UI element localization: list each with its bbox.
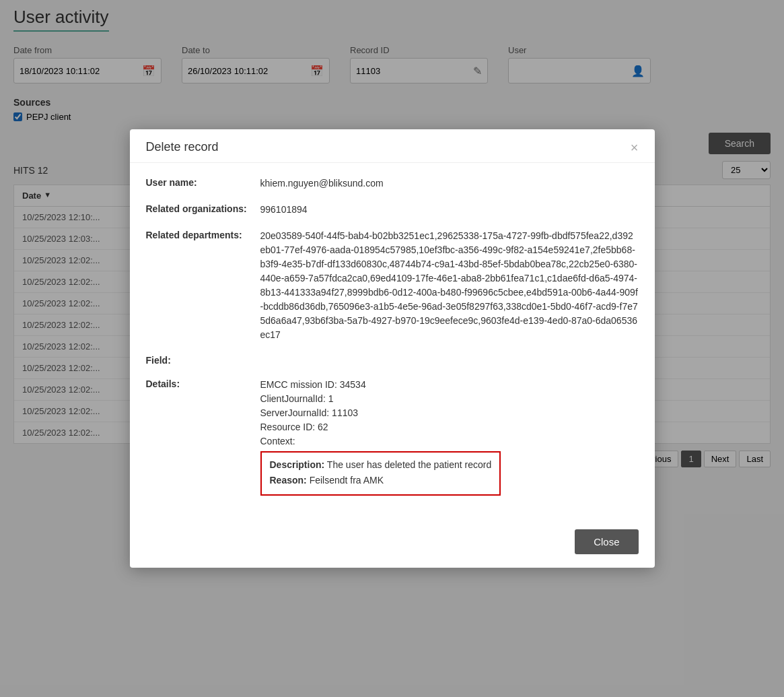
related-orgs-value: 996101894 [260,203,639,217]
modal-overlay: Delete record × User name: khiem.nguyen@… [0,0,784,697]
details-line-3: Resource ID: 62 [260,420,639,434]
field-label: Field: [146,354,260,366]
related-depts-row: Related departments: 20e03589-540f-44f5-… [146,229,639,342]
context-description-line: Description: The user has deleted the pa… [270,458,492,472]
username-value: khiem.nguyen@bliksund.com [260,176,639,191]
details-row: Details: EMCC mission ID: 34534 ClientJo… [146,378,639,496]
related-depts-label: Related departments: [146,229,260,240]
details-line-0: EMCC mission ID: 34534 [260,378,639,392]
context-box: Description: The user has deleted the pa… [260,451,501,496]
description-label: Description: [270,459,325,470]
username-row: User name: khiem.nguyen@bliksund.com [146,176,639,191]
username-label: User name: [146,176,260,188]
reason-value: Feilsendt fra AMK [310,475,384,486]
modal-title: Delete record [146,140,219,154]
delete-record-modal: Delete record × User name: khiem.nguyen@… [130,129,655,568]
details-value: EMCC mission ID: 34534 ClientJournalId: … [260,378,639,496]
related-orgs-row: Related organizations: 996101894 [146,203,639,217]
details-label: Details: [146,378,260,389]
context-reason-line: Reason: Feilsendt fra AMK [270,473,492,488]
modal-close-button[interactable]: × [631,141,639,154]
modal-close-button-footer[interactable]: Close [575,529,638,554]
modal-header: Delete record × [130,129,655,163]
details-line-2: ServerJournalId: 11103 [260,406,639,420]
modal-footer: Close [130,521,655,568]
description-value: The user has deleted the patient record [327,459,491,470]
related-depts-value: 20e03589-540f-44f5-bab4-b02bb3251ec1,296… [260,229,639,342]
modal-body: User name: khiem.nguyen@bliksund.com Rel… [130,163,655,521]
field-row: Field: [146,354,639,366]
details-line-4: Context: [260,434,639,449]
details-line-1: ClientJournalId: 1 [260,392,639,406]
reason-label: Reason: [270,475,307,486]
related-orgs-label: Related organizations: [146,203,260,214]
